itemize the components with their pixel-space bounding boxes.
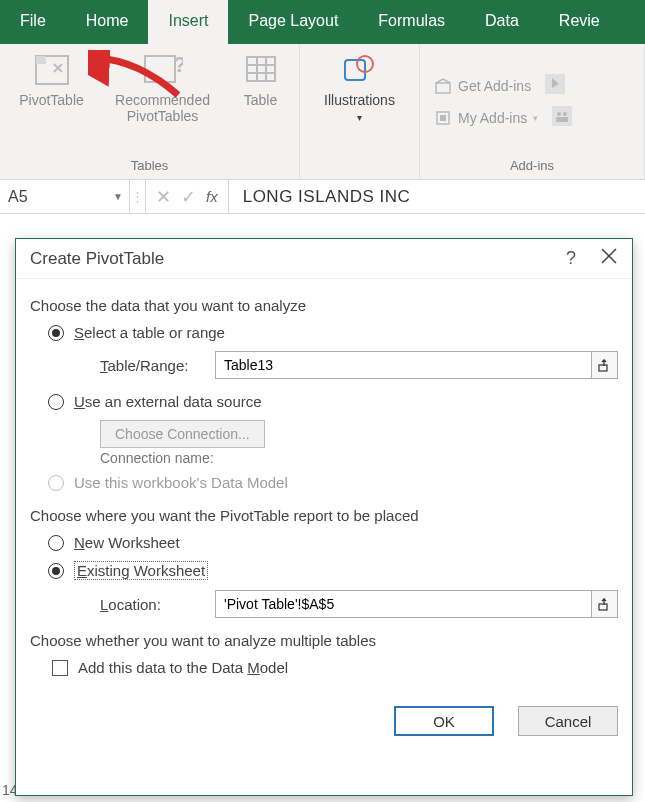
radio-icon <box>48 475 64 491</box>
dialog-title: Create PivotTable <box>30 249 164 269</box>
people-graph-icon[interactable] <box>552 106 572 130</box>
svg-rect-15 <box>552 106 572 126</box>
option-existing-worksheet[interactable]: Existing Worksheet <box>48 561 618 580</box>
illustrations-icon <box>340 52 380 88</box>
table-icon <box>241 52 281 88</box>
dialog-titlebar: Create PivotTable ? <box>16 239 632 279</box>
group-tables-label: Tables <box>131 156 169 177</box>
illustrations-label: Illustrations <box>324 92 395 108</box>
close-icon[interactable] <box>600 247 618 270</box>
ribbon-group-addins: Get Add-ins My Add-ins ▾ Add-ins <box>420 44 645 179</box>
my-addins-button[interactable]: My Add-ins ▾ <box>428 106 544 130</box>
option-data-model: Use this workbook's Data Model <box>48 474 618 491</box>
table-range-input[interactable] <box>216 352 591 378</box>
connection-name-label: Connection name: <box>100 450 618 466</box>
fx-icon[interactable]: fx <box>206 188 218 205</box>
get-addins-button[interactable]: Get Add-ins <box>428 74 537 98</box>
get-addins-label: Get Add-ins <box>458 78 531 94</box>
tab-home[interactable]: Home <box>66 0 149 44</box>
bing-icon[interactable] <box>545 74 565 98</box>
table-label: Table <box>244 92 277 108</box>
tab-data[interactable]: Data <box>465 0 539 44</box>
enter-icon[interactable]: ✓ <box>181 186 196 208</box>
tab-page-layout[interactable]: Page Layout <box>228 0 358 44</box>
pivottable-label: PivotTable <box>19 92 84 108</box>
svg-rect-9 <box>345 60 365 80</box>
svg-rect-21 <box>599 365 607 371</box>
location-input[interactable] <box>216 591 591 617</box>
ok-button[interactable]: OK <box>394 706 494 736</box>
illustrations-button[interactable]: Illustrations▾ <box>308 48 412 124</box>
section-data-source: Choose the data that you want to analyze <box>30 297 618 314</box>
ribbon-group-illustrations: Illustrations▾ <box>300 44 420 179</box>
range-picker-icon <box>598 597 612 611</box>
name-box-value: A5 <box>8 188 28 206</box>
svg-rect-4 <box>247 57 275 81</box>
formula-bar-value[interactable]: LONG ISLANDS INC <box>229 180 645 213</box>
ribbon-tabs: File Home Insert Page Layout Formulas Da… <box>0 0 645 44</box>
my-addins-label: My Add-ins <box>458 110 527 126</box>
svg-rect-11 <box>436 83 450 93</box>
checkbox-add-to-datamodel[interactable]: Add this data to the Data Model <box>52 659 618 676</box>
name-box[interactable]: A5 ▼ <box>0 180 130 213</box>
location-label: Location: <box>100 596 205 613</box>
group-addins-label: Add-ins <box>510 156 554 177</box>
create-pivottable-dialog: Create PivotTable ? Choose the data that… <box>15 238 633 796</box>
range-picker-icon <box>598 358 612 372</box>
radio-icon <box>48 535 64 551</box>
radio-icon <box>48 394 64 410</box>
dropdown-icon: ▾ <box>533 113 538 123</box>
formula-controls: ✕ ✓ fx <box>146 180 229 213</box>
drag-handle-icon[interactable]: ⋮ <box>130 180 146 213</box>
tab-file[interactable]: File <box>0 0 66 44</box>
svg-rect-18 <box>556 117 568 122</box>
pivottable-icon <box>32 52 72 88</box>
pivottable-button[interactable]: PivotTable <box>6 48 98 108</box>
cancel-button[interactable]: Cancel <box>518 706 618 736</box>
svg-rect-22 <box>599 604 607 610</box>
option-new-worksheet[interactable]: New Worksheet <box>48 534 618 551</box>
svg-rect-14 <box>440 115 446 121</box>
svg-point-17 <box>563 112 567 116</box>
option-select-table[interactable]: Select a table or range <box>48 324 618 341</box>
tab-review[interactable]: Revie <box>539 0 620 44</box>
recommended-label-2: PivotTables <box>127 108 199 124</box>
addins-icon <box>434 109 452 127</box>
tab-insert[interactable]: Insert <box>148 0 228 44</box>
table-button[interactable]: Table <box>228 48 294 108</box>
dropdown-icon[interactable]: ▼ <box>113 191 123 202</box>
choose-connection-button: Choose Connection... <box>100 420 265 448</box>
table-range-label: Table/Range: <box>100 357 205 374</box>
section-placement: Choose where you want the PivotTable rep… <box>30 507 618 524</box>
option-external-source[interactable]: Use an external data source <box>48 393 618 410</box>
table-range-input-wrap <box>215 351 618 379</box>
help-button[interactable]: ? <box>566 248 576 269</box>
range-picker-button[interactable] <box>591 352 617 378</box>
radio-icon <box>48 325 64 341</box>
radio-icon <box>48 563 64 579</box>
range-picker-button[interactable] <box>591 591 617 617</box>
callout-arrow-icon <box>88 50 188 105</box>
section-multiple-tables: Choose whether you want to analyze multi… <box>30 632 618 649</box>
store-icon <box>434 77 452 95</box>
svg-rect-1 <box>36 56 46 64</box>
tab-formulas[interactable]: Formulas <box>358 0 465 44</box>
cancel-icon[interactable]: ✕ <box>156 186 171 208</box>
formula-bar: A5 ▼ ⋮ ✕ ✓ fx LONG ISLANDS INC <box>0 180 645 214</box>
svg-point-16 <box>557 112 561 116</box>
dropdown-icon: ▾ <box>357 112 362 123</box>
location-input-wrap <box>215 590 618 618</box>
checkbox-icon <box>52 660 68 676</box>
